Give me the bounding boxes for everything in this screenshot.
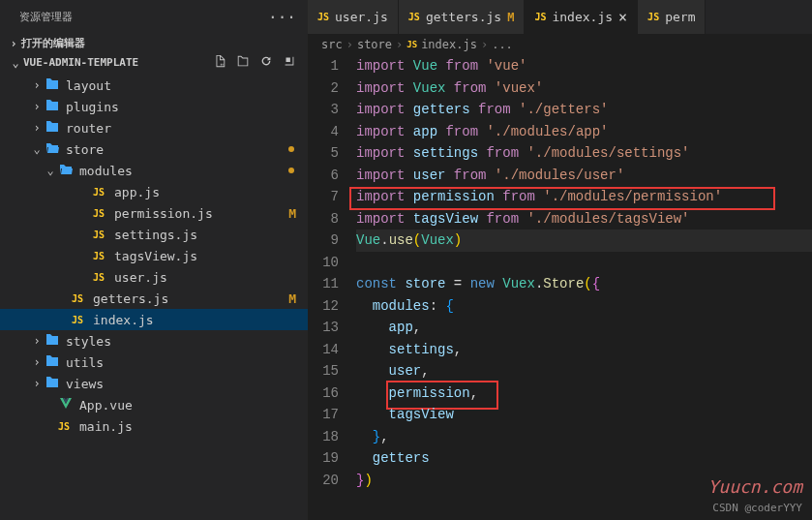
refresh-icon[interactable] bbox=[259, 54, 273, 71]
folder-icon bbox=[45, 332, 60, 351]
chevron-right-icon: › bbox=[29, 334, 45, 348]
tree-item-label: modules bbox=[79, 164, 288, 178]
tree-item-label: tagsView.js bbox=[114, 249, 300, 263]
file-app-js[interactable]: JSapp.js bbox=[0, 181, 308, 202]
folder-router[interactable]: ›router bbox=[0, 117, 308, 138]
js-icon: JS bbox=[93, 272, 108, 283]
code-line-11[interactable]: const store = new Vuex.Store({ bbox=[356, 273, 812, 295]
line-number: 20 bbox=[308, 470, 339, 492]
tree-item-label: utils bbox=[66, 355, 300, 370]
file-tree: ›layout›plugins›router⌄store⌄modulesJSap… bbox=[0, 73, 308, 520]
modified-dot bbox=[288, 168, 294, 173]
folder-store[interactable]: ⌄store bbox=[0, 138, 308, 160]
folder-modules[interactable]: ⌄modules bbox=[0, 160, 308, 181]
breadcrumb-item[interactable]: ... bbox=[492, 38, 513, 51]
open-editors-label: 打开的编辑器 bbox=[21, 36, 85, 50]
chevron-right-icon: › bbox=[396, 38, 403, 51]
file-main-js[interactable]: JSmain.js bbox=[0, 415, 308, 437]
code-lines[interactable]: import Vue from 'vue'import Vuex from 'v… bbox=[356, 55, 812, 520]
folder-utils[interactable]: ›utils bbox=[0, 352, 308, 373]
tree-item-label: index.js bbox=[93, 313, 300, 327]
file-getters-js[interactable]: JSgetters.jsM bbox=[0, 288, 308, 309]
folder-styles[interactable]: ›styles bbox=[0, 330, 308, 352]
code-line-8[interactable]: import tagsView from './modules/tagsView… bbox=[356, 208, 812, 230]
file-user-js[interactable]: JSuser.js bbox=[0, 266, 308, 288]
file-tagsView-js[interactable]: JStagsView.js bbox=[0, 245, 308, 266]
code-line-15[interactable]: user, bbox=[356, 360, 812, 382]
project-section[interactable]: ⌄ VUE-ADMIN-TEMPLATE bbox=[0, 52, 308, 73]
chevron-right-icon: › bbox=[346, 38, 353, 51]
code-line-9[interactable]: Vue.use(Vuex) bbox=[356, 229, 812, 252]
breadcrumb-item[interactable]: src bbox=[321, 38, 343, 51]
breadcrumb-item[interactable]: index.js bbox=[421, 38, 477, 51]
code-line-18[interactable]: }, bbox=[356, 426, 812, 448]
line-number: 2 bbox=[308, 77, 339, 100]
line-number: 4 bbox=[308, 121, 339, 143]
project-name: VUE-ADMIN-TEMPLATE bbox=[23, 56, 138, 69]
line-number: 15 bbox=[308, 360, 339, 382]
tab-index-js[interactable]: JSindex.js× bbox=[525, 0, 638, 34]
tab-label: user.js bbox=[335, 10, 388, 24]
line-number: 9 bbox=[308, 229, 339, 252]
js-icon: JS bbox=[72, 315, 87, 325]
line-number: 8 bbox=[308, 208, 339, 230]
code-line-13[interactable]: app, bbox=[356, 317, 812, 339]
collapse-icon[interactable] bbox=[283, 54, 296, 71]
code-line-7[interactable]: import permission from './modules/permis… bbox=[356, 186, 812, 208]
tab-getters-js[interactable]: JSgetters.jsM bbox=[399, 0, 526, 34]
file-settings-js[interactable]: JSsettings.js bbox=[0, 224, 308, 245]
chevron-right-icon: › bbox=[29, 100, 45, 113]
tab-user-js[interactable]: JSuser.js bbox=[308, 0, 399, 34]
new-file-icon[interactable] bbox=[213, 54, 226, 71]
tree-item-label: app.js bbox=[114, 185, 300, 199]
code-line-3[interactable]: import getters from './getters' bbox=[356, 99, 812, 121]
code-line-10[interactable] bbox=[356, 252, 812, 274]
line-number: 5 bbox=[308, 142, 339, 165]
tree-item-label: main.js bbox=[79, 419, 300, 434]
file-index-js[interactable]: JSindex.js bbox=[0, 309, 308, 330]
folder-layout[interactable]: ›layout bbox=[0, 75, 308, 96]
open-editors-section[interactable]: › 打开的编辑器 bbox=[0, 34, 308, 52]
tab-perm[interactable]: JSperm bbox=[638, 0, 706, 34]
file-App-vue[interactable]: App.vue bbox=[0, 394, 308, 415]
folder-views[interactable]: ›views bbox=[0, 373, 308, 394]
tree-item-label: router bbox=[66, 121, 300, 136]
line-number: 7 bbox=[308, 186, 339, 208]
folder-plugins[interactable]: ›plugins bbox=[0, 96, 308, 117]
tree-item-label: styles bbox=[66, 334, 300, 349]
line-number: 1 bbox=[308, 55, 339, 77]
tree-item-label: store bbox=[66, 142, 288, 157]
modified-dot bbox=[288, 146, 294, 152]
code-line-12[interactable]: modules: { bbox=[356, 295, 812, 318]
code-line-20[interactable]: }) bbox=[356, 470, 812, 492]
explorer-title: 资源管理器 bbox=[19, 10, 73, 24]
code-line-5[interactable]: import settings from './modules/settings… bbox=[356, 142, 812, 165]
chevron-down-icon: ⌄ bbox=[8, 56, 23, 70]
breadcrumb[interactable]: src›store›JSindex.js›... bbox=[308, 34, 812, 55]
chevron-right-icon: › bbox=[29, 121, 45, 135]
tree-item-label: layout bbox=[66, 78, 300, 93]
code-line-1[interactable]: import Vue from 'vue' bbox=[356, 55, 812, 77]
tree-item-label: getters.js bbox=[93, 291, 288, 306]
code-line-4[interactable]: import app from './modules/app' bbox=[356, 121, 812, 143]
code-line-2[interactable]: import Vuex from 'vuex' bbox=[356, 77, 812, 100]
new-folder-icon[interactable] bbox=[236, 54, 250, 71]
chevron-right-icon: › bbox=[29, 377, 45, 390]
explorer-sidebar: 资源管理器 ··· › 打开的编辑器 ⌄ VUE-ADMIN-TEMPLATE … bbox=[0, 0, 308, 520]
js-icon: JS bbox=[534, 12, 546, 22]
code-editor[interactable]: 1234567891011121314151617181920 import V… bbox=[308, 55, 812, 520]
chevron-right-icon: › bbox=[29, 355, 45, 369]
close-icon[interactable]: × bbox=[618, 9, 627, 26]
code-line-6[interactable]: import user from './modules/user' bbox=[356, 165, 812, 187]
code-line-17[interactable]: tagsView bbox=[356, 404, 812, 426]
chevron-right-icon: › bbox=[6, 37, 21, 50]
code-line-14[interactable]: settings, bbox=[356, 339, 812, 361]
code-line-16[interactable]: permission, bbox=[356, 382, 812, 405]
more-icon[interactable]: ··· bbox=[268, 8, 296, 26]
breadcrumb-item[interactable]: store bbox=[357, 38, 392, 51]
editor-tabs: JSuser.jsJSgetters.jsMJSindex.js×JSperm bbox=[308, 0, 812, 34]
file-permission-js[interactable]: JSpermission.jsM bbox=[0, 202, 308, 224]
chevron-down-icon: ⌄ bbox=[29, 142, 45, 156]
js-icon: JS bbox=[647, 12, 659, 22]
code-line-19[interactable]: getters bbox=[356, 447, 812, 470]
